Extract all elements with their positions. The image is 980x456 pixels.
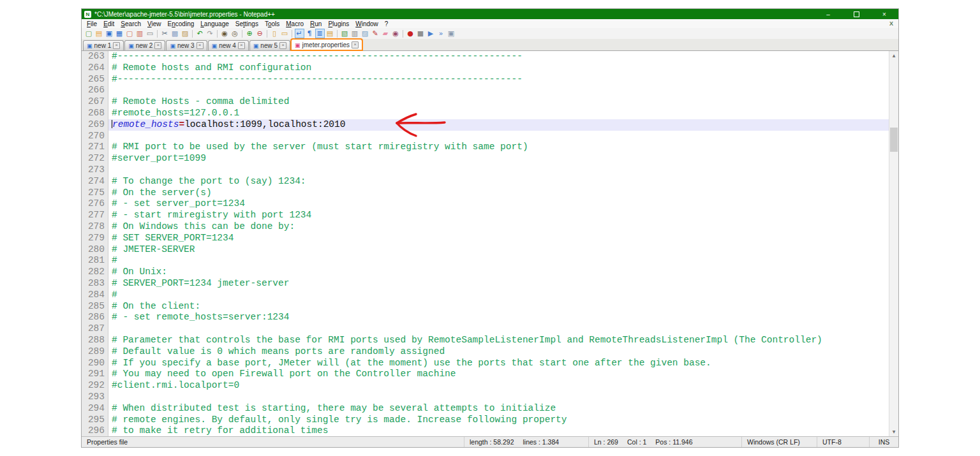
monitoring-icon[interactable]: ✎	[371, 29, 380, 38]
macro-stop-icon[interactable]: ■	[416, 29, 426, 38]
document-map-icon[interactable]: ▧	[340, 29, 350, 38]
menu-encoding[interactable]: Encoding	[165, 20, 198, 27]
editor-line-270[interactable]: 270	[82, 131, 889, 142]
menu-run[interactable]: Run	[307, 20, 325, 27]
replace-icon[interactable]: ◎	[230, 29, 240, 38]
close-file-icon[interactable]: ▢	[125, 29, 135, 38]
tab-new-5[interactable]: ▣new 5×	[249, 40, 290, 50]
editor-line-276[interactable]: 276# - set server_port=1234	[82, 198, 889, 210]
editor-line-277[interactable]: 277# - start rmiregistry with port 1234	[82, 210, 889, 221]
tab-close-icon[interactable]: ×	[279, 42, 286, 49]
close-all-icon[interactable]: ▥	[135, 29, 145, 38]
tab-close-icon[interactable]: ×	[113, 42, 120, 49]
editor-line-292[interactable]: 292#client.rmi.localport=0	[82, 380, 889, 392]
editor-line-293[interactable]: 293	[82, 392, 889, 403]
editor-line-291[interactable]: 291# You may need to open Firewall port …	[82, 369, 889, 380]
tab-jmeter-properties[interactable]: ▣jmeter.properties×	[291, 39, 362, 50]
copy-icon[interactable]: ▩	[170, 29, 180, 38]
menu-plugins[interactable]: Plugins	[325, 20, 352, 27]
editor-line-266[interactable]: 266	[82, 85, 889, 96]
editor-line-286[interactable]: 286# - set remote_hosts=server:1234	[82, 312, 889, 323]
editor-line-265[interactable]: 265#------------------------------------…	[82, 74, 889, 85]
macro-record-icon[interactable]: ●	[406, 29, 415, 38]
tab-close-icon[interactable]: ×	[197, 42, 204, 49]
editor-line-287[interactable]: 287	[82, 323, 889, 335]
find-icon[interactable]: ◉	[220, 29, 230, 38]
editor-line-290[interactable]: 290# If you specify a base port, JMeter …	[82, 358, 889, 369]
editor-line-294[interactable]: 294# When distributed test is starting, …	[82, 403, 889, 415]
redo-icon[interactable]: ↷	[205, 29, 215, 38]
menu-help[interactable]: ?	[382, 20, 392, 27]
tab-new-4[interactable]: ▣new 4×	[208, 40, 249, 50]
new-file-icon[interactable]: ▢	[84, 29, 94, 38]
macro-save-icon[interactable]: ▣	[447, 29, 456, 38]
editor-line-273[interactable]: 273	[82, 165, 889, 176]
editor-line-263[interactable]: 263#------------------------------------…	[82, 51, 889, 63]
menu-tools[interactable]: Tools	[262, 20, 283, 27]
show-indent-guide-icon[interactable]: ≣	[315, 29, 325, 38]
editor-line-284[interactable]: 284#	[82, 290, 889, 301]
sync-horizontal-scroll-icon[interactable]: ▭	[280, 29, 290, 38]
menu-file[interactable]: File	[84, 20, 100, 27]
sync-vertical-scroll-icon[interactable]: ▯	[270, 29, 279, 38]
zoom-in-icon[interactable]: ⊕	[245, 29, 255, 38]
file-browser-icon[interactable]: ▰	[381, 29, 390, 38]
show-all-characters-icon[interactable]: ¶	[305, 29, 315, 38]
macro-run-multiple-icon[interactable]: »	[436, 29, 446, 38]
editor-line-280[interactable]: 280# JMETER-SERVER	[82, 244, 889, 256]
view-document-icon[interactable]: ◉	[391, 29, 401, 38]
editor-line-279[interactable]: 279# SET SERVER_PORT=1234	[82, 233, 889, 244]
user-defined-dialog-icon[interactable]: ▤	[325, 29, 335, 38]
editor-line-269[interactable]: 269remote_hosts=localhost:1099,localhost…	[82, 119, 889, 131]
editor-area[interactable]: 263#------------------------------------…	[82, 51, 898, 436]
save-file-icon[interactable]: ▣	[105, 29, 114, 38]
editor-line-281[interactable]: 281#	[82, 255, 889, 267]
open-file-icon[interactable]: ▤	[94, 29, 104, 38]
scroll-up-icon[interactable]: ▲	[889, 51, 898, 60]
vertical-scrollbar[interactable]: ▲ ▼	[889, 51, 898, 436]
print-icon[interactable]: ▭	[145, 29, 155, 38]
editor-lines[interactable]: 263#------------------------------------…	[82, 51, 889, 436]
editor-line-267[interactable]: 267# Remote Hosts - comma delimited	[82, 96, 889, 108]
editor-line-274[interactable]: 274# To change the port to (say) 1234:	[82, 176, 889, 188]
menu-language[interactable]: Language	[197, 20, 232, 27]
menu-view[interactable]: View	[144, 20, 165, 27]
editor-line-282[interactable]: 282# On Unix:	[82, 267, 889, 278]
close-button[interactable]: ×	[870, 9, 898, 19]
editor-line-264[interactable]: 264# Remote hosts and RMI configuration	[82, 63, 889, 74]
zoom-out-icon[interactable]: ⊖	[255, 29, 265, 38]
editor-line-289[interactable]: 289# Default value is 0 which means port…	[82, 346, 889, 358]
editor-line-278[interactable]: 278# On Windows this can be done by:	[82, 221, 889, 233]
editor-line-272[interactable]: 272#server_port=1099	[82, 153, 889, 165]
menubar-close-icon[interactable]: X	[889, 20, 898, 27]
tab-new-1[interactable]: ▣new 1×	[83, 40, 124, 50]
editor-line-285[interactable]: 285# On the client:	[82, 301, 889, 313]
editor-line-271[interactable]: 271# RMI port to be used by the server (…	[82, 142, 889, 153]
editor-line-295[interactable]: 295# remote engines. By default, only si…	[82, 415, 889, 426]
restore-button[interactable]	[842, 9, 870, 19]
word-wrap-icon[interactable]: ↵	[295, 29, 304, 38]
menu-macro[interactable]: Macro	[283, 20, 307, 27]
editor-line-268[interactable]: 268#remote_hosts=127.0.0.1	[82, 108, 889, 119]
macro-play-icon[interactable]: ▶	[426, 29, 436, 38]
scroll-down-icon[interactable]: ▼	[889, 427, 898, 436]
editor-line-275[interactable]: 275# On the server(s)	[82, 188, 889, 199]
menu-window[interactable]: Window	[352, 20, 382, 27]
editor-line-288[interactable]: 288# Parameter that controls the base fo…	[82, 335, 889, 346]
folder-as-workspace-icon[interactable]: ▨	[360, 29, 370, 38]
undo-icon[interactable]: ↶	[195, 29, 205, 38]
paste-icon[interactable]: ▨	[181, 29, 190, 38]
minimize-button[interactable]: –	[814, 9, 842, 19]
tab-close-icon[interactable]: ×	[352, 41, 359, 48]
tab-close-icon[interactable]: ×	[238, 42, 245, 49]
function-list-icon[interactable]: ▥	[350, 29, 360, 38]
scrollbar-thumb[interactable]	[890, 128, 898, 152]
tab-close-icon[interactable]: ×	[154, 42, 161, 49]
cut-icon[interactable]: ✂	[160, 29, 170, 38]
tab-new-3[interactable]: ▣new 3×	[166, 40, 207, 50]
menu-settings[interactable]: Settings	[232, 20, 262, 27]
save-all-icon[interactable]: ▦	[115, 29, 124, 38]
menu-edit[interactable]: Edit	[100, 20, 117, 27]
editor-line-296[interactable]: 296# to make it retry for additional tim…	[82, 425, 889, 436]
menu-search[interactable]: Search	[117, 20, 144, 27]
